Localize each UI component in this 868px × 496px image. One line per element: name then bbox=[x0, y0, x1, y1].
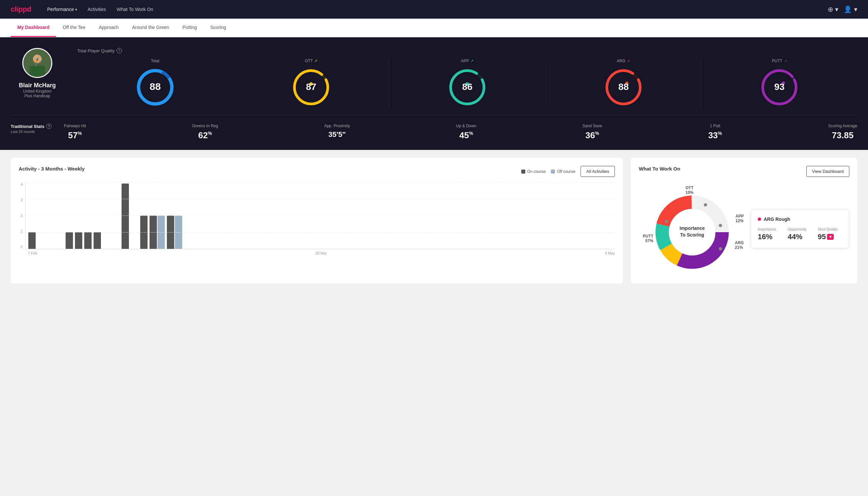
gauge-app: APP ↗ 86 bbox=[389, 59, 546, 107]
info-card-title-text: ARG Rough bbox=[764, 217, 790, 222]
svg-text:🏌️: 🏌️ bbox=[33, 58, 42, 67]
svg-text:88: 88 bbox=[618, 82, 629, 92]
gauge-app-svg: 86 bbox=[447, 67, 487, 107]
tab-off-the-tee[interactable]: Off the Tee bbox=[56, 19, 92, 37]
info-card: ARG Rough Importance 16% Opportunity 44% bbox=[751, 210, 849, 248]
nav-what-to-work-on[interactable]: What To Work On bbox=[116, 7, 153, 12]
donut-label-ott: OTT 10% bbox=[685, 186, 693, 195]
player-handicap: Plus Handicap bbox=[24, 94, 50, 98]
stats-row: Traditional Stats ? Last 20 rounds Fairw… bbox=[11, 124, 857, 141]
gauge-ott: OTT ↗ 87 bbox=[234, 59, 390, 107]
donut-chart-area: Importance To Scoring PUTT 57% OTT 10% A… bbox=[639, 182, 745, 276]
player-info: 🏌️ Blair McHarg United Kingdom Plus Hand… bbox=[11, 48, 64, 98]
user-icon[interactable]: 👤 ▾ bbox=[844, 5, 857, 13]
stat-greens-in-reg: Greens In Reg 62% bbox=[192, 124, 218, 141]
bars-area bbox=[25, 182, 615, 249]
svg-text:To Scoring: To Scoring bbox=[680, 232, 704, 237]
tab-putting[interactable]: Putting bbox=[176, 19, 204, 37]
ott-trend-icon: ↗ bbox=[314, 59, 317, 63]
quality-label-text: Total Player Quality bbox=[77, 48, 114, 53]
stat-scoring-average: Scoring Average 73.85 bbox=[828, 124, 857, 141]
tabs-bar: My Dashboard Off the Tee Approach Around… bbox=[0, 19, 868, 37]
stats-sublabel: Last 20 rounds bbox=[11, 129, 64, 134]
hero-section: 🏌️ Blair McHarg United Kingdom Plus Hand… bbox=[0, 37, 868, 150]
wtwo-card: What To Work On View Dashboard bbox=[631, 158, 857, 283]
arg-trend-icon: ↗ bbox=[627, 59, 630, 63]
down-badge: ▼ bbox=[827, 234, 834, 240]
svg-point-30 bbox=[704, 203, 707, 206]
legend-off-course: Off course bbox=[551, 169, 575, 174]
gauge-total-svg: 88 bbox=[135, 67, 175, 107]
view-dashboard-button[interactable]: View Dashboard bbox=[806, 166, 849, 177]
stat-sand-save: Sand Save 36% bbox=[583, 124, 602, 141]
svg-point-31 bbox=[719, 224, 722, 227]
svg-text:87: 87 bbox=[306, 82, 316, 92]
logo[interactable]: clippd bbox=[11, 5, 31, 14]
tab-approach[interactable]: Approach bbox=[92, 19, 125, 37]
activity-card: Activity - 3 Months - Weekly On course O… bbox=[11, 158, 623, 283]
stat-app-proximity: App. Proximity 35'5" bbox=[324, 124, 350, 141]
svg-rect-2 bbox=[30, 66, 45, 77]
gauge-ott-svg: 87 bbox=[291, 67, 331, 107]
stats-help-icon[interactable]: ? bbox=[46, 124, 52, 129]
svg-text:Importance: Importance bbox=[679, 226, 705, 231]
info-card-dot bbox=[758, 218, 761, 221]
legend-on-course: On course bbox=[521, 169, 546, 174]
svg-text:93: 93 bbox=[774, 82, 785, 92]
bar-group-10 bbox=[122, 184, 129, 249]
add-icon[interactable]: ⊕ ▾ bbox=[828, 5, 839, 13]
main-content: Activity - 3 Months - Weekly On course O… bbox=[0, 150, 868, 292]
traditional-stats-label: Traditional Stats ? bbox=[11, 124, 64, 129]
quality-help-icon[interactable]: ? bbox=[116, 48, 122, 53]
bar-group-5 bbox=[75, 232, 82, 249]
hero-divider bbox=[11, 115, 857, 115]
player-country: United Kingdom bbox=[23, 89, 51, 94]
activity-chart-title: Activity - 3 Months - Weekly bbox=[19, 166, 84, 172]
bar-group-14 bbox=[167, 216, 182, 249]
bar-group-6 bbox=[84, 232, 92, 249]
donut-label-putt: PUTT 57% bbox=[643, 234, 653, 243]
chart-bars bbox=[26, 182, 615, 249]
svg-text:88: 88 bbox=[149, 81, 160, 92]
gauge-total: Total 88 bbox=[77, 59, 234, 107]
quality-section: Total Player Quality ? Total 88 OTT ↗ bbox=[77, 48, 857, 107]
wtwo-title: What To Work On bbox=[639, 166, 680, 172]
svg-point-29 bbox=[665, 220, 668, 223]
bar-group-0 bbox=[28, 232, 36, 249]
gauge-arg: ARG ↗ 88 bbox=[546, 59, 702, 107]
bar-group-4 bbox=[66, 232, 73, 249]
tab-my-dashboard[interactable]: My Dashboard bbox=[11, 19, 56, 37]
avatar: 🏌️ bbox=[22, 48, 52, 78]
top-nav: clippd Performance ▾ Activities What To … bbox=[0, 0, 868, 19]
player-name: Blair McHarg bbox=[19, 82, 56, 89]
nav-activities[interactable]: Activities bbox=[88, 7, 106, 12]
stat-up-down: Up & Down 45% bbox=[456, 124, 476, 141]
gauge-arg-svg: 88 bbox=[603, 67, 644, 107]
bar-chart: 4 3 2 1 0 bbox=[19, 182, 615, 255]
y-axis: 4 3 2 1 0 bbox=[19, 182, 25, 249]
bar-group-12 bbox=[140, 216, 147, 249]
tab-around-the-green[interactable]: Around the Green bbox=[125, 19, 175, 37]
info-metric-shot-quality: Shot Quality 95 ▼ bbox=[818, 227, 842, 241]
donut-label-app: APP 12% bbox=[736, 214, 744, 223]
chart-legend: On course Off course bbox=[521, 169, 575, 174]
svg-text:86: 86 bbox=[462, 82, 472, 92]
info-metric-importance: Importance 16% bbox=[758, 227, 783, 241]
x-axis: 7 Feb 28 Mar 9 May bbox=[19, 251, 615, 255]
donut-svg: Importance To Scoring bbox=[639, 182, 745, 276]
stat-fairways-hit: Fairways Hit 57% bbox=[64, 124, 86, 141]
info-metric-opportunity: Opportunity 44% bbox=[788, 227, 812, 241]
nav-performance[interactable]: Performance ▾ bbox=[47, 7, 77, 12]
gauge-putt: PUTT ↗ 93 bbox=[701, 59, 857, 107]
app-trend-icon: ↗ bbox=[470, 59, 474, 63]
all-activities-button[interactable]: All Activities bbox=[581, 166, 615, 177]
bar-group-7 bbox=[94, 232, 101, 249]
performance-chevron: ▾ bbox=[75, 7, 77, 11]
tab-scoring[interactable]: Scoring bbox=[204, 19, 233, 37]
svg-point-32 bbox=[719, 247, 722, 250]
donut-label-arg: ARG 21% bbox=[735, 241, 744, 250]
stat-1-putt: 1 Putt 33% bbox=[708, 124, 722, 141]
gauge-putt-svg: 93 bbox=[759, 67, 800, 107]
bar-group-13 bbox=[149, 216, 165, 249]
putt-trend-icon: ↗ bbox=[784, 59, 787, 63]
